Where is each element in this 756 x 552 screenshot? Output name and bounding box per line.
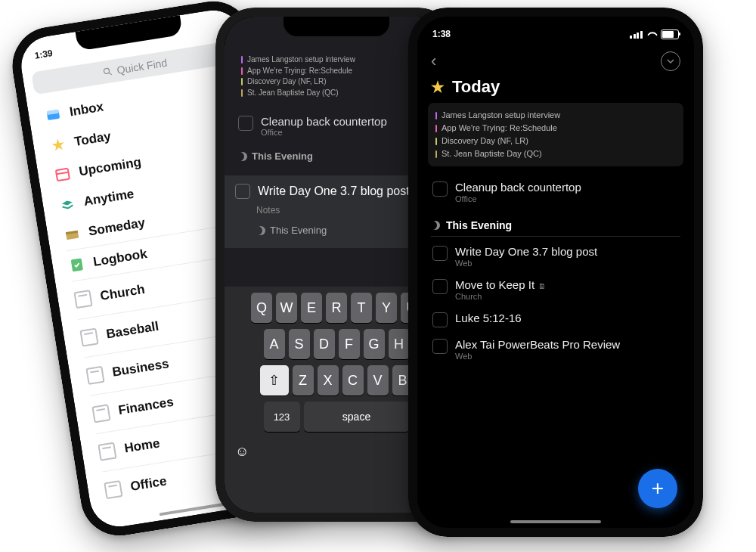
star-icon: ★ (49, 136, 67, 154)
checkbox[interactable] (238, 116, 253, 131)
area-icon (104, 480, 122, 499)
key-d[interactable]: D (314, 329, 335, 359)
nav-label: Upcoming (78, 155, 142, 180)
edit-title[interactable]: Write Day One 3.7 blog post (258, 185, 410, 198)
nav-label: Someday (88, 216, 147, 240)
task-title: Cleanup back countertop (261, 115, 387, 128)
calendar-icon (54, 166, 71, 183)
search-placeholder: Quick Find (116, 57, 168, 76)
add-button[interactable]: + (638, 469, 677, 508)
key-x[interactable]: X (318, 365, 339, 395)
event-text: App We're Trying: Re:Schedule (442, 122, 557, 135)
drawer-icon (64, 225, 81, 243)
task-title: Cleanup back countertop (455, 181, 581, 194)
key-f[interactable]: F (339, 329, 360, 359)
project-label: Business (111, 356, 170, 380)
checkbox[interactable] (432, 246, 448, 261)
back-button[interactable]: ‹ (431, 51, 436, 71)
status-time: 1:38 (432, 29, 451, 39)
nav-label: Logbook (92, 247, 148, 270)
event-text: St. Jean Baptiste Day (QC) (442, 147, 542, 160)
event-text: Discovery Day (NF, LR) (247, 76, 326, 88)
key-e[interactable]: E (301, 293, 322, 323)
task-subtitle: Church (455, 292, 546, 301)
key-v[interactable]: V (367, 365, 389, 395)
wifi-icon (646, 30, 657, 39)
section-label: This Evening (252, 150, 313, 162)
star-icon: ★ (431, 78, 445, 96)
key-q[interactable]: Q (251, 293, 272, 323)
section-this-evening: This Evening (431, 219, 680, 237)
project-label: Home (123, 436, 161, 456)
section-label: This Evening (446, 219, 512, 231)
nav-label: Anytime (82, 187, 135, 209)
svg-line-1 (109, 73, 111, 75)
project-label: Baseball (105, 319, 160, 343)
battery-icon (661, 29, 679, 39)
key-123[interactable]: 123 (264, 402, 300, 432)
key-c[interactable]: C (342, 365, 364, 395)
page-title: ★Today (417, 73, 694, 103)
key-y[interactable]: Y (376, 293, 397, 323)
key-w[interactable]: W (276, 293, 297, 323)
area-icon (79, 327, 98, 346)
task-row[interactable]: Luke 5:12-16 (417, 306, 694, 333)
signal-icon (630, 30, 643, 39)
key-g[interactable]: G (364, 329, 385, 359)
event-text: James Langston setup interview (442, 109, 560, 122)
moon-icon (431, 221, 440, 230)
checkbox[interactable] (235, 184, 250, 199)
event-text: James Langston setup interview (247, 54, 355, 66)
attachment-icon: 🗎 (536, 282, 546, 290)
task-subtitle: Office (455, 194, 581, 203)
task-cleanup[interactable]: Cleanup back countertopOffice (417, 175, 694, 209)
nav-label: Today (73, 129, 112, 149)
key-z[interactable]: Z (293, 365, 314, 395)
task-row[interactable]: Alex Tai PowerBeats Pro ReviewWeb (417, 333, 694, 366)
tag-label: This Evening (270, 225, 327, 236)
moon-icon (256, 226, 265, 235)
logbook-icon (68, 256, 85, 274)
area-icon (91, 404, 110, 423)
task-row[interactable]: Move to Keep It 🗎Church (417, 273, 694, 306)
phone-dark-today: 1:38 ‹ ★Today James Langston setup inter… (408, 8, 703, 537)
moon-icon (238, 152, 247, 161)
task-title: Move to Keep It (455, 278, 534, 291)
search-icon (101, 66, 113, 78)
svg-line-5 (57, 172, 69, 175)
task-subtitle: Office (261, 128, 387, 137)
key-space[interactable]: space (304, 402, 410, 432)
project-label: Office (129, 474, 168, 495)
project-label: Finances (117, 395, 175, 418)
all-day-events[interactable]: James Langston setup interview App We're… (428, 103, 683, 166)
key-shift[interactable]: ⇧ (260, 365, 289, 395)
task-subtitle: Web (455, 352, 620, 361)
key-a[interactable]: A (264, 329, 285, 359)
area-icon (98, 442, 116, 461)
more-button[interactable] (661, 51, 680, 71)
checkbox[interactable] (432, 181, 448, 197)
status-indicators (630, 29, 679, 39)
svg-rect-4 (56, 169, 70, 181)
checkbox[interactable] (432, 312, 448, 327)
key-s[interactable]: S (289, 329, 310, 359)
svg-point-0 (104, 68, 110, 74)
event-text: Discovery Day (NF, LR) (442, 135, 528, 147)
home-indicator (510, 520, 601, 523)
area-icon (85, 366, 104, 385)
status-time: 1:39 (34, 48, 54, 61)
checkbox[interactable] (432, 279, 448, 294)
task-subtitle: Web (455, 259, 597, 268)
task-title: Alex Tai PowerBeats Pro Review (455, 338, 620, 351)
key-h[interactable]: H (389, 329, 410, 359)
checkbox[interactable] (432, 339, 448, 354)
event-text: App We're Trying: Re:Schedule (247, 66, 352, 77)
stack-icon (59, 196, 76, 213)
task-title: Write Day One 3.7 blog post (455, 245, 597, 258)
nav-label: Inbox (69, 99, 105, 119)
key-t[interactable]: T (351, 293, 372, 323)
key-r[interactable]: R (326, 293, 347, 323)
task-row[interactable]: Write Day One 3.7 blog postWeb (417, 240, 694, 273)
task-title: Luke 5:12-16 (455, 312, 522, 324)
title-text: Today (452, 77, 500, 97)
